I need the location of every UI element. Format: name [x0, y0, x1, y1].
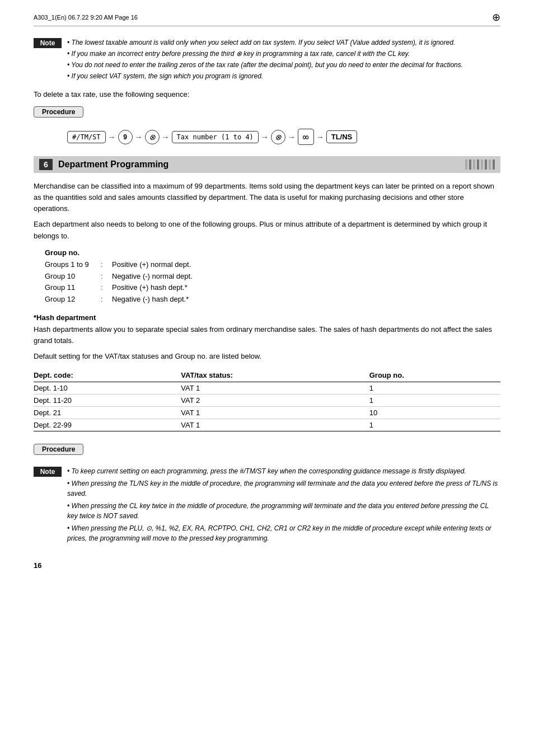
note-box-1: Note • The lowest taxable amount is vali… — [34, 37, 500, 82]
section-lines — [465, 159, 495, 170]
table-header-row: Dept. code: VAT/tax status: Group no. — [34, 369, 500, 382]
flow-arrow-2: → — [135, 133, 143, 142]
table-cell-vat-3: VAT 1 — [181, 419, 369, 431]
body-text-2: Each department also needs to belong to … — [34, 219, 500, 241]
table-row: Dept. 11-20 VAT 2 1 — [34, 395, 500, 407]
procedure-badge-2: Procedure — [34, 444, 83, 455]
table-cell-group-2: 10 — [369, 407, 500, 419]
flow-arrow-5: → — [288, 133, 296, 142]
group-col3-2: Positive (+) hash dept.* — [112, 282, 188, 294]
hash-dept-title: *Hash department — [34, 313, 500, 322]
flow-arrow-6: → — [316, 133, 324, 142]
group-row-1: Group 10 : Negative (-) normal dept. — [45, 271, 500, 283]
flow-arrow-1: → — [108, 133, 116, 142]
group-col2-3: : — [101, 294, 112, 306]
table-cell-dept-0: Dept. 1-10 — [34, 382, 181, 395]
note2-bullet-2: • When pressing the TL/NS key in the mid… — [67, 478, 500, 499]
note-content-1: • The lowest taxable amount is valid onl… — [67, 37, 463, 82]
table-cell-group-0: 1 — [369, 382, 500, 395]
group-row-3: Group 12 : Negative (-) hash dept.* — [45, 294, 500, 306]
note-label-2: Note — [34, 467, 62, 477]
group-col1-1: Group 10 — [45, 271, 101, 283]
group-table: Group no. Groups 1 to 9 : Positive (+) n… — [45, 248, 500, 306]
group-row-2: Group 11 : Positive (+) hash dept.* — [45, 282, 500, 294]
group-col3-1: Negative (-) normal dept. — [112, 271, 193, 283]
note1-bullet-2: • If you make an incorrect entry before … — [67, 49, 463, 59]
header-text: A303_1(En) 06.7.22 9:20 AM Page 16 — [34, 14, 138, 21]
flow-key-taxnumber: Tax number (1 to 4) — [172, 131, 259, 143]
group-col2-1: : — [101, 271, 112, 283]
table-header-group: Group no. — [369, 369, 500, 382]
table-header-vat: VAT/tax status: — [181, 369, 369, 382]
dept-data-table: Dept. code: VAT/tax status: Group no. De… — [34, 369, 500, 431]
flow-arrow-3: → — [162, 133, 170, 142]
flow-key-htmst: #/TM/ST — [67, 131, 106, 143]
note1-bullet-3: • You do not need to enter the trailing … — [67, 60, 463, 70]
hash-text-1: Hash departments allow you to separate s… — [34, 324, 500, 346]
flow-key-tlns: TL/NS — [326, 130, 358, 143]
flow-circle-x-2: ⊗ — [271, 130, 285, 144]
note2-bullet-4: • When pressing the PLU, ⊙, %1, %2, EX, … — [67, 523, 500, 543]
group-row-0: Groups 1 to 9 : Positive (+) normal dept… — [45, 259, 500, 271]
procedure-badge-2-wrapper: Procedure — [34, 440, 500, 461]
group-col2-2: : — [101, 282, 112, 294]
page-number: 16 — [34, 561, 500, 570]
flow-circle-9: 9 — [118, 130, 133, 144]
group-col1-3: Group 12 — [45, 294, 101, 306]
flow-infinity: ∞ — [298, 129, 314, 145]
section-number-6: 6 — [39, 159, 53, 170]
flow-arrow-4: → — [261, 133, 269, 142]
table-cell-vat-0: VAT 1 — [181, 382, 369, 395]
table-cell-vat-1: VAT 2 — [181, 395, 369, 407]
table-header-dept: Dept. code: — [34, 369, 181, 382]
table-row: Dept. 21 VAT 1 10 — [34, 407, 500, 419]
note-content-2: • To keep current setting on each progra… — [67, 466, 500, 544]
table-row: Dept. 1-10 VAT 1 1 — [34, 382, 500, 395]
group-col3-0: Positive (+) normal dept. — [112, 259, 191, 271]
section-header-6: 6 Department Programming — [34, 156, 500, 173]
group-col1-0: Groups 1 to 9 — [45, 259, 101, 271]
delete-seq-text: To delete a tax rate, use the following … — [34, 90, 500, 98]
note-label-1: Note — [34, 38, 62, 48]
table-cell-vat-2: VAT 1 — [181, 407, 369, 419]
group-col3-3: Negative (-) hash dept.* — [112, 294, 189, 306]
table-cell-group-3: 1 — [369, 419, 500, 431]
note2-bullet-1: • To keep current setting on each progra… — [67, 466, 500, 476]
procedure-badge-1: Procedure — [34, 103, 500, 123]
page-header: A303_1(En) 06.7.22 9:20 AM Page 16 ⊕ — [34, 11, 500, 26]
table-cell-group-1: 1 — [369, 395, 500, 407]
crosshair-icon: ⊕ — [492, 11, 500, 24]
table-cell-dept-1: Dept. 11-20 — [34, 395, 181, 407]
group-col2-0: : — [101, 259, 112, 271]
flow-circle-x-1: ⊗ — [145, 130, 160, 144]
note-box-2: Note • To keep current setting on each p… — [34, 466, 500, 544]
group-col1-2: Group 11 — [45, 282, 101, 294]
table-cell-dept-2: Dept. 21 — [34, 407, 181, 419]
table-row: Dept. 22-99 VAT 1 1 — [34, 419, 500, 431]
section-title-6: Department Programming — [58, 159, 168, 170]
group-table-title: Group no. — [45, 248, 500, 257]
note2-bullet-3: • When pressing the CL key twice in the … — [67, 501, 500, 521]
note1-bullet-1: • The lowest taxable amount is valid onl… — [67, 37, 463, 48]
note1-bullet-4: • If you select VAT system, the sign whi… — [67, 71, 463, 81]
hash-text-2: Default setting for the VAT/tax statuses… — [34, 351, 500, 362]
body-text-1: Merchandise can be classified into a max… — [34, 181, 500, 214]
flow-diagram-1: #/TM/ST → 9 → ⊗ → Tax number (1 to 4) → … — [67, 129, 500, 145]
table-cell-dept-3: Dept. 22-99 — [34, 419, 181, 431]
